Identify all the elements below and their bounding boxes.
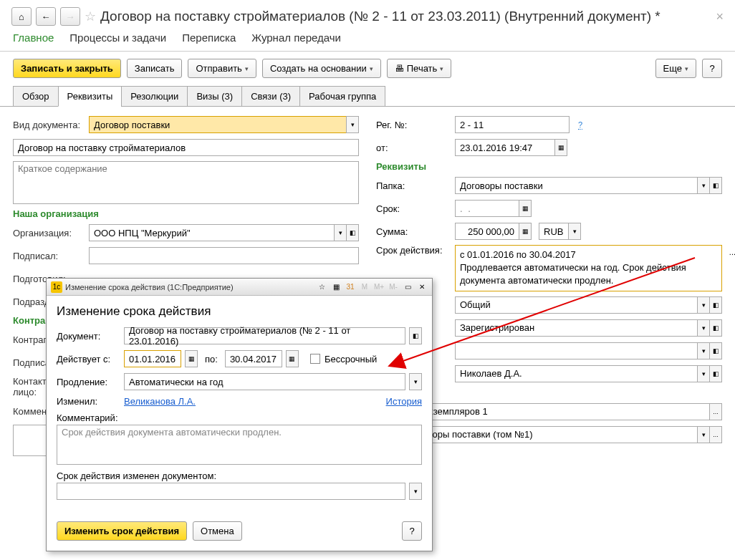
save-close-button[interactable]: Записать и закрыть [13, 59, 121, 78]
sum-label: Сумма: [376, 226, 451, 237]
regno-help[interactable]: ? [578, 120, 582, 130]
tab-group[interactable]: Рабочая группа [299, 86, 385, 107]
app-icon: 1c [51, 281, 62, 293]
folder-label: Папка: [376, 180, 451, 191]
doctype-dropdown[interactable]: ▾ [346, 116, 359, 133]
back-button[interactable]: ← [36, 7, 56, 26]
org-open[interactable]: ◧ [346, 224, 359, 241]
sum-calc-icon[interactable]: ▦ [519, 223, 532, 240]
folder-open[interactable]: ◧ [709, 177, 722, 194]
from-calendar-icon[interactable]: ▦ [554, 139, 567, 156]
m-minus-icon[interactable]: M- [388, 281, 399, 293]
tab-overview[interactable]: Обзор [13, 86, 59, 107]
dialog-title: Изменение срока действия (1С:Предприятие… [65, 283, 234, 291]
permanent-checkbox[interactable] [310, 354, 320, 364]
nav-correspondence[interactable]: Переписка [182, 32, 236, 44]
mext-input[interactable]: Автоматически на год [124, 373, 405, 390]
mdoc-open[interactable]: ◧ [409, 327, 422, 344]
validity-more-icon[interactable]: ... [729, 247, 735, 258]
cal-icon[interactable]: 31 [345, 281, 356, 293]
page-title: Договор на поставку стройматериалов (№ 2… [100, 9, 660, 24]
create-from-button[interactable]: Создать на основании▾ [262, 59, 381, 78]
term-input[interactable]: . . [455, 200, 519, 217]
mcomment-label: Комментарий: [57, 412, 118, 423]
dialog-help-button[interactable]: ? [402, 521, 422, 541]
minimize-icon[interactable]: ▭ [402, 281, 413, 293]
nav-main[interactable]: Главное [13, 32, 54, 44]
dialog-close-icon[interactable]: ✕ [416, 281, 428, 293]
nav-processes[interactable]: Процессы и задачи [69, 32, 166, 44]
term-calendar-icon[interactable]: ▦ [519, 200, 532, 217]
regno-label: Рег. №: [376, 120, 451, 130]
mext-label: Продление: [57, 377, 120, 387]
print-button[interactable]: 🖶Печать▾ [387, 59, 452, 78]
printer-icon: 🖶 [395, 63, 404, 74]
tab-requisites[interactable]: Реквизиты [58, 86, 123, 107]
more-button[interactable]: Еще▾ [655, 59, 696, 78]
tab-resolutions[interactable]: Резолюции [121, 86, 188, 107]
terminated-input[interactable] [455, 342, 698, 359]
term-label: Срок: [376, 203, 451, 214]
nav-journal[interactable]: Журнал передачи [251, 32, 341, 44]
tab-relations[interactable]: Связи (3) [241, 86, 300, 107]
cancel-button[interactable]: Отмена [193, 521, 242, 541]
doctype-label: Вид документа: [13, 120, 85, 130]
mto-input[interactable]: 30.04.2017 [225, 350, 282, 367]
apply-button[interactable]: Изменить срок действия [57, 521, 187, 541]
signed-input[interactable] [89, 247, 359, 264]
validity-box[interactable]: с 01.01.2016 по 30.04.2017 Продлевается … [455, 245, 722, 291]
home-button[interactable]: ⌂ [11, 7, 32, 26]
responsible-input[interactable]: Николаев Д.А. [455, 365, 698, 382]
from-input[interactable]: 23.01.2016 19:47 [455, 139, 555, 156]
dialog-heading: Изменение срока действия [57, 304, 422, 319]
save-button[interactable]: Записать [127, 59, 183, 78]
currency-input[interactable]: RUB [539, 223, 569, 240]
folder-dropdown[interactable]: ▾ [697, 177, 710, 194]
mby-link[interactable]: Великанова Л.А. [124, 396, 196, 407]
mfrom-input[interactable]: 01.01.2016 [124, 350, 181, 367]
mdoc-label: Документ: [57, 331, 120, 342]
sum-input[interactable]: 250 000,00 [455, 223, 519, 240]
access-input[interactable]: Общий [455, 296, 698, 314]
m-icon[interactable]: M [359, 281, 370, 293]
section-requisites: Реквизиты [376, 161, 722, 172]
mchdoc-input[interactable] [57, 483, 405, 500]
help-button[interactable]: ? [702, 59, 722, 78]
mto-label: по: [205, 354, 218, 365]
validity-label: Срок действия: [376, 245, 451, 256]
doctype-input[interactable]: Договор поставки [89, 116, 347, 133]
regno-input[interactable]: 2 - 11 [455, 116, 570, 133]
mchdoc-label: Срок действия изменен документом: [57, 470, 216, 481]
org-label: Организация: [13, 228, 85, 238]
forward-button[interactable]: → [60, 7, 80, 26]
tab-visas[interactable]: Визы (3) [187, 86, 242, 107]
docname-input[interactable]: Договор на поставку стройматериалов [13, 139, 359, 156]
mext-dropdown[interactable]: ▾ [409, 373, 422, 390]
calc-icon[interactable]: ▦ [330, 281, 342, 293]
currency-dropdown[interactable]: ▾ [568, 223, 581, 240]
send-button[interactable]: Отправить▾ [188, 59, 256, 78]
validity-dialog: 1c Изменение срока действия (1С:Предприя… [46, 278, 433, 551]
fav-icon[interactable]: ☆ [316, 281, 327, 293]
mcomment-input[interactable] [57, 425, 422, 465]
mdoc-input[interactable]: Договор на поставку стройматериалов (№ 2… [124, 327, 405, 344]
m-plus-icon[interactable]: M+ [373, 281, 385, 293]
favorite-icon[interactable]: ☆ [85, 9, 96, 24]
state-input[interactable]: Зарегистрирован [455, 319, 698, 337]
mto-calendar-icon[interactable]: ▦ [286, 350, 299, 367]
close-button[interactable]: × [716, 9, 724, 24]
section-our-org: Наша организация [13, 208, 359, 219]
mby-label: Изменил: [57, 396, 120, 407]
org-dropdown[interactable]: ▾ [334, 224, 347, 241]
permanent-label: Бессрочный [325, 354, 378, 365]
mfrom-calendar-icon[interactable]: ▦ [185, 350, 198, 367]
from-label: от: [376, 143, 451, 153]
mchdoc-dropdown[interactable]: ▾ [409, 483, 422, 500]
history-link[interactable]: История [386, 396, 422, 407]
folder-input[interactable]: Договоры поставки [455, 177, 698, 194]
signed-label: Подписал: [13, 251, 85, 261]
description-input[interactable] [13, 161, 359, 204]
org-input[interactable]: ООО НПЦ "Меркурий" [89, 224, 335, 241]
mfrom-label: Действует с: [57, 354, 120, 365]
